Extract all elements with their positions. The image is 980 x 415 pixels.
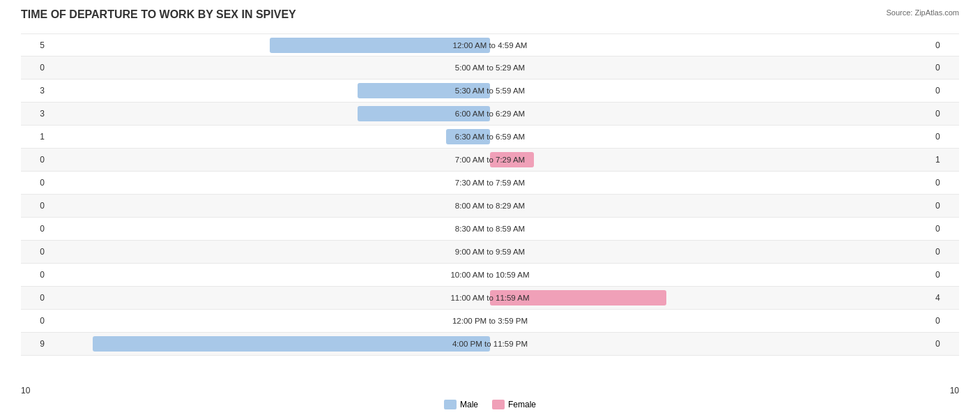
female-value: 4 (931, 293, 959, 303)
male-value: 9 (21, 339, 49, 349)
time-label: 10:00 AM to 10:59 AM (450, 271, 529, 279)
male-value: 0 (21, 316, 49, 326)
bars-center: 4:00 PM to 11:59 PM (49, 333, 931, 355)
table-row: 512:00 AM to 4:59 AM0 (21, 33, 959, 56)
female-swatch (492, 400, 505, 409)
table-row: 011:00 AM to 11:59 AM4 (21, 287, 959, 310)
female-value: 0 (931, 247, 959, 257)
bars-center: 12:00 PM to 3:59 PM (49, 310, 931, 332)
chart-container: TIME OF DEPARTURE TO WORK BY SEX IN SPIV… (0, 0, 980, 415)
table-row: 35:30 AM to 5:59 AM0 (21, 80, 959, 103)
male-value: 0 (21, 178, 49, 188)
table-row: 012:00 PM to 3:59 PM0 (21, 310, 959, 333)
male-value: 3 (21, 109, 49, 119)
bars-center: 7:30 AM to 7:59 AM (49, 172, 931, 194)
female-value: 0 (931, 339, 959, 349)
female-value: 0 (931, 40, 959, 50)
bars-center: 9:00 AM to 9:59 AM (49, 241, 931, 263)
table-row: 16:30 AM to 6:59 AM0 (21, 126, 959, 149)
female-value: 0 (931, 178, 959, 188)
female-value: 0 (931, 270, 959, 280)
table-row: 05:00 AM to 5:29 AM0 (21, 56, 959, 80)
chart-area: 512:00 AM to 4:59 AM005:00 AM to 5:29 AM… (21, 33, 959, 377)
male-value: 5 (21, 40, 49, 50)
time-label: 5:00 AM to 5:29 AM (455, 63, 525, 72)
time-label: 8:00 AM to 8:29 AM (455, 202, 525, 210)
bars-center: 5:00 AM to 5:29 AM (49, 56, 931, 79)
bar-male (446, 129, 490, 144)
male-value: 1 (21, 132, 49, 142)
male-value: 0 (21, 224, 49, 234)
bars-center: 11:00 AM to 11:59 AM (49, 287, 931, 309)
table-row: 08:30 AM to 8:59 AM0 (21, 218, 959, 241)
female-value: 0 (931, 86, 959, 96)
time-label: 8:30 AM to 8:59 AM (455, 225, 525, 233)
bars-center: 8:00 AM to 8:29 AM (49, 195, 931, 217)
bar-female (490, 152, 534, 167)
male-label: Male (460, 400, 478, 409)
female-value: 0 (931, 109, 959, 119)
chart-title: TIME OF DEPARTURE TO WORK BY SEX IN SPIV… (21, 8, 296, 21)
table-row: 010:00 AM to 10:59 AM0 (21, 264, 959, 287)
male-value: 0 (21, 247, 49, 257)
table-row: 07:30 AM to 7:59 AM0 (21, 172, 959, 195)
bar-male (358, 106, 490, 121)
male-value: 0 (21, 155, 49, 165)
axis-left-label: 10 (21, 386, 30, 395)
female-value: 0 (931, 224, 959, 234)
female-value: 0 (931, 201, 959, 211)
table-row: 94:00 PM to 11:59 PM0 (21, 333, 959, 356)
legend-female: Female (492, 400, 536, 409)
bar-male (270, 38, 491, 53)
axis-bottom: 10 10 (21, 386, 959, 395)
male-swatch (444, 400, 457, 409)
bars-center: 7:00 AM to 7:29 AM (49, 149, 931, 171)
male-value: 0 (21, 201, 49, 211)
time-label: 7:30 AM to 7:59 AM (455, 179, 525, 187)
bars-center: 12:00 AM to 4:59 AM (49, 34, 931, 56)
female-value: 0 (931, 132, 959, 142)
female-value: 0 (931, 316, 959, 326)
bars-center: 6:00 AM to 6:29 AM (49, 103, 931, 125)
table-row: 08:00 AM to 8:29 AM0 (21, 195, 959, 218)
female-value: 0 (931, 63, 959, 73)
male-value: 0 (21, 63, 49, 73)
female-value: 1 (931, 155, 959, 165)
source-text: Source: ZipAtlas.com (886, 8, 959, 17)
male-value: 3 (21, 86, 49, 96)
bars-center: 10:00 AM to 10:59 AM (49, 264, 931, 286)
table-row: 36:00 AM to 6:29 AM0 (21, 103, 959, 126)
legend-male: Male (444, 400, 478, 409)
bars-center: 8:30 AM to 8:59 AM (49, 218, 931, 240)
table-row: 09:00 AM to 9:59 AM0 (21, 241, 959, 264)
bar-female (490, 290, 666, 305)
bars-center: 5:30 AM to 5:59 AM (49, 80, 931, 102)
female-label: Female (508, 400, 536, 409)
bar-male (93, 336, 490, 352)
male-value: 0 (21, 293, 49, 303)
bars-center: 6:30 AM to 6:59 AM (49, 126, 931, 148)
axis-right-label: 10 (950, 386, 959, 395)
male-value: 0 (21, 270, 49, 280)
table-row: 07:00 AM to 7:29 AM1 (21, 149, 959, 172)
time-label: 9:00 AM to 9:59 AM (455, 248, 525, 256)
time-label: 12:00 PM to 3:59 PM (452, 317, 528, 325)
bar-male (358, 83, 490, 98)
legend: Male Female (444, 400, 536, 409)
